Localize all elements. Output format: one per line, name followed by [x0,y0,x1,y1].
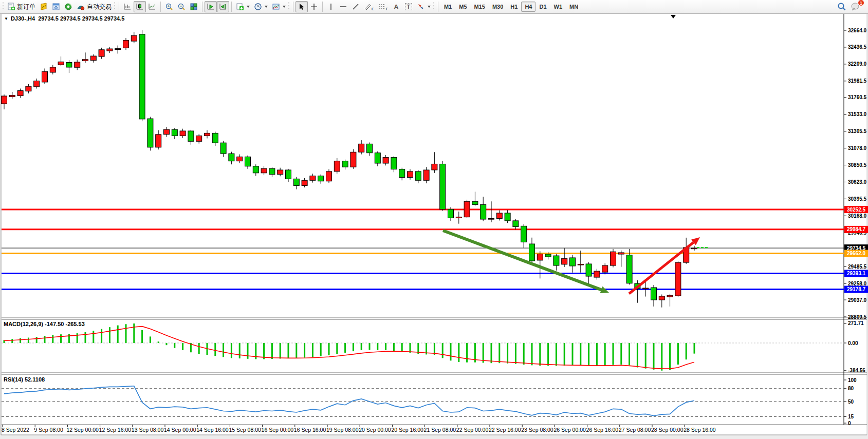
toolbar-separator [119,2,119,12]
candle-body [432,164,437,170]
notifications-button[interactable]: 1 [848,1,862,12]
new-chart-icon [236,3,244,11]
zoom-in-button[interactable] [163,1,175,12]
time-axis-label: 20 Sep 16:00 [391,427,423,433]
symbol-period-label: DJ30-,H4 [11,15,35,22]
bar-chart-button[interactable] [121,1,134,12]
candle-body [302,180,307,185]
trendline-icon [352,3,360,11]
candle-body [350,152,356,167]
templates-button[interactable] [270,1,288,12]
time-axis-label: 14 Sep 00:00 [164,427,196,433]
candle-body [9,96,15,97]
notification-badge: 1 [858,0,864,6]
new-order-button[interactable]: 新订单 [5,1,38,12]
price-tick-label: 32436.5 [848,44,867,50]
candle-body [440,164,446,209]
new-order-label: 新订单 [17,3,35,11]
timeframe-D1[interactable]: D1 [535,2,550,12]
autotrading-label: 自动交易 [87,3,112,11]
time-axis-label: 27 Sep 08:00 [619,427,651,433]
rsi-tick-label: 100 [848,377,857,383]
cursor-button[interactable] [296,1,308,12]
candle-body [667,295,673,297]
rsi-value: 52.1108 [25,376,45,383]
time-axis-label: 16 Sep 16:00 [294,427,326,433]
toolbar-grip [114,2,115,11]
candle-body [408,171,413,178]
trendline-button[interactable] [349,1,362,12]
text-button[interactable]: A [390,1,402,12]
timeframe-H1[interactable]: H1 [507,2,521,12]
navigator-button[interactable] [62,1,75,12]
timeframe-M30[interactable]: M30 [489,2,507,12]
periods-button[interactable] [252,1,270,12]
fibonacci-button[interactable]: F [376,1,390,12]
new-chart-button[interactable] [234,1,252,12]
text-label-button[interactable]: T [402,1,415,12]
vertical-line-button[interactable] [325,1,337,12]
candle-body [626,255,632,283]
candle-body [83,60,88,61]
candle-body [602,265,608,272]
candle-body [180,131,186,136]
candle-body [545,254,551,257]
charts-icon [40,3,48,11]
price-tick-label: 31078.0 [848,145,867,151]
time-axis-label: 26 Sep 00:00 [553,427,586,433]
candle-body [318,176,324,181]
candle-body [17,91,23,96]
candle-body [286,170,291,179]
time-axis-label: 28 Sep 16:00 [684,427,716,433]
toolbar-separator [322,2,323,12]
candle-body [391,157,397,169]
candle-body [172,129,177,136]
chart-expander-icon[interactable]: ▼ [4,16,8,21]
candle-body [675,262,681,296]
line-chart-button[interactable] [146,1,158,12]
search-icon [837,2,846,11]
timeframe-MN[interactable]: MN [566,2,582,12]
candle-body [147,119,153,147]
arrows-button[interactable] [415,1,433,12]
candle-body [75,62,80,67]
search-button[interactable] [835,1,848,12]
price-tick-label: 32209.0 [848,61,867,67]
horizontal-line-button[interactable] [337,1,349,12]
toolbar-separator [160,2,161,12]
candlestick-chart-button[interactable] [134,1,146,12]
chart-shift-button[interactable] [217,1,229,12]
candle-body [618,253,624,254]
candle-body [237,157,243,161]
equidistant-channel-button[interactable]: E [362,1,376,12]
data-window-button[interactable] [50,1,62,12]
charts-button[interactable] [38,1,50,12]
candle-body [26,86,31,91]
candle-body [188,131,194,141]
candle-body [131,35,137,41]
rsi-indicator-label: RSI(14) 52.1108 [4,376,45,383]
timeframe-M15[interactable]: M15 [471,2,489,12]
candle-body [310,176,316,181]
zoom-out-button[interactable] [175,1,188,12]
text-icon: A [394,3,398,11]
new-order-icon [7,3,15,11]
timeframe-W1[interactable]: W1 [550,2,566,12]
candle-body [456,217,461,218]
macd-tick-label: -384.56 [848,368,865,373]
toolbar-separator [438,2,438,12]
auto-scroll-button[interactable] [205,1,217,12]
autotrading-button[interactable]: 自动交易 [75,1,114,12]
candle-body [50,67,56,72]
timeframe-M1[interactable]: M1 [440,2,455,12]
candle-body [229,154,234,161]
tile-windows-button[interactable] [188,1,200,12]
toolbar-grip [3,2,4,11]
zoom-out-icon [177,3,186,11]
bar-chart-icon [123,3,132,11]
periods-clock-icon [254,3,262,11]
crosshair-button[interactable] [308,1,320,12]
timeframe-H4[interactable]: H4 [521,2,535,12]
candle-body [611,252,616,265]
timeframe-M5[interactable]: M5 [455,2,470,12]
